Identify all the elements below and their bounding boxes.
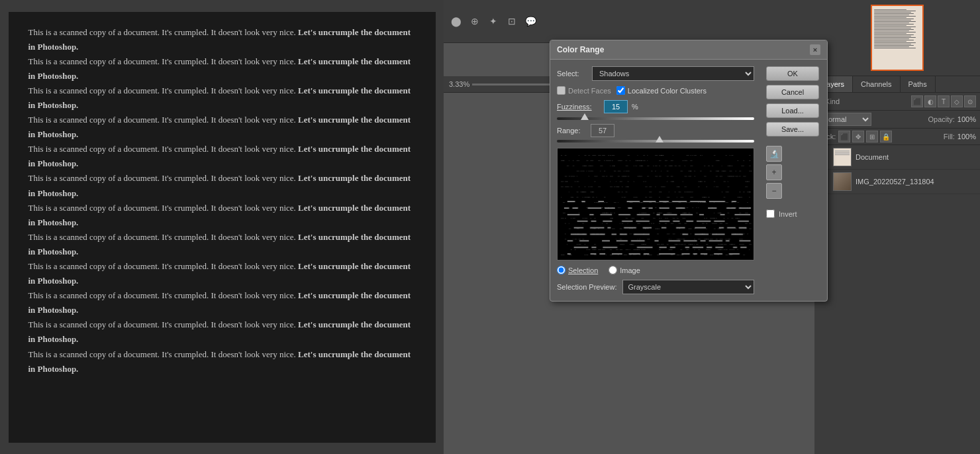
invert-checkbox[interactable] bbox=[766, 209, 775, 218]
document-canvas: This is a scanned copy of a document. It… bbox=[9, 12, 436, 443]
document-thumbnail bbox=[871, 5, 924, 71]
range-slider-track bbox=[557, 140, 754, 142]
eyedropper-add-icon[interactable]: + bbox=[766, 164, 782, 180]
chat-icon[interactable]: 💬 bbox=[523, 14, 538, 28]
detect-faces-label: Detect Faces bbox=[568, 87, 611, 95]
fill-label: Fill: bbox=[944, 133, 955, 141]
layer-thumb-document bbox=[833, 148, 852, 166]
document-text-line: This is a scanned copy of a document. It… bbox=[28, 54, 416, 84]
document-text-line: This is a scanned copy of a document. It… bbox=[28, 259, 416, 288]
lasso-icon[interactable]: ⬤ bbox=[449, 14, 464, 28]
selection-preview-label: Selection Preview: bbox=[557, 283, 617, 291]
fuzziness-row: Fuzziness: % bbox=[557, 100, 754, 113]
load-button[interactable]: Load... bbox=[766, 103, 819, 118]
opacity-label: Opacity: bbox=[928, 115, 955, 123]
type-filter-icon[interactable]: T bbox=[938, 95, 950, 107]
tab-channels[interactable]: Channels bbox=[853, 76, 900, 92]
layers-search-row: ⌕ Kind ⬛ ◐ T ◇ ⊙ bbox=[814, 93, 980, 111]
range-slider-thumb[interactable] bbox=[656, 136, 663, 142]
dialog-right-panel: OK Cancel Load... Save... 🔬 + − Invert bbox=[761, 60, 827, 301]
eyedropper-sample-icon[interactable]: 🔬 bbox=[766, 146, 782, 162]
dialog-left-panel: Select: Shadows Highlights Midtones Reds… bbox=[550, 60, 761, 301]
layer-item-photo[interactable]: 👁 IMG_20220527_131804 bbox=[814, 170, 980, 194]
selection-radio[interactable] bbox=[557, 266, 565, 274]
layers-tabs: Layers Channels Paths bbox=[814, 76, 980, 93]
dialog-body: Select: Shadows Highlights Midtones Reds… bbox=[550, 60, 827, 301]
preview-canvas bbox=[558, 148, 754, 260]
radio-row: Selection Image bbox=[557, 266, 754, 274]
range-label: Range: bbox=[557, 127, 587, 135]
document-text-line: This is a scanned copy of a document. It… bbox=[28, 142, 416, 171]
image-radio-group: Image bbox=[609, 266, 640, 274]
lock-move-icon[interactable]: ✥ bbox=[852, 131, 864, 142]
lock-icons: ⬛ ✥ ⊞ 🔒 bbox=[838, 131, 892, 142]
layer-name-document: Document bbox=[856, 153, 976, 161]
image-radio[interactable] bbox=[609, 266, 617, 274]
save-button[interactable]: Save... bbox=[766, 122, 819, 137]
eyedropper-section: 🔬 + − bbox=[766, 146, 822, 199]
dialog-titlebar: Color Range × bbox=[550, 40, 827, 60]
crop-icon[interactable]: ⊡ bbox=[505, 14, 519, 28]
document-text-line: This is a scanned copy of a document. It… bbox=[28, 347, 416, 376]
layer-item-document[interactable]: 👁 Document bbox=[814, 145, 980, 170]
localized-clusters-checkbox[interactable] bbox=[616, 86, 625, 95]
document-text-line: This is a scanned copy of a document. It… bbox=[28, 171, 416, 200]
selection-radio-group: Selection bbox=[557, 266, 598, 274]
fill-value: 100% bbox=[957, 133, 976, 141]
checkbox-row: Detect Faces Localized Color Clusters bbox=[557, 86, 754, 95]
select-dropdown[interactable]: Shadows Highlights Midtones Reds Yellows… bbox=[592, 66, 754, 81]
document-text-line: This is a scanned copy of a document. It… bbox=[28, 230, 416, 259]
document-text-line: This is a scanned copy of a document. It… bbox=[28, 288, 416, 317]
opacity-value: 100% bbox=[957, 115, 976, 123]
top-toolbar: ⬤ ⊕ ✦ ⊡ 💬 bbox=[444, 0, 814, 43]
selection-preview-row: Selection Preview: Grayscale None Black … bbox=[557, 280, 754, 294]
fuzziness-slider-track bbox=[557, 117, 754, 120]
invert-label: Invert bbox=[779, 210, 797, 218]
selection-preview-select[interactable]: Grayscale None Black Matte White Matte Q… bbox=[622, 280, 755, 294]
pixel-filter-icon[interactable]: ⬛ bbox=[911, 95, 923, 107]
layers-blend-row: Normal Opacity: 100% bbox=[814, 111, 980, 129]
thumbnail-area bbox=[814, 0, 980, 76]
magic-wand-icon[interactable]: ✦ bbox=[486, 14, 501, 28]
tab-paths[interactable]: Paths bbox=[901, 76, 936, 92]
detect-faces-group: Detect Faces bbox=[557, 86, 611, 95]
fuzziness-pct: % bbox=[632, 103, 638, 111]
layers-panel: Layers Channels Paths ⌕ Kind ⬛ ◐ T ◇ ⊙ N… bbox=[814, 76, 980, 454]
preview-container bbox=[557, 148, 754, 260]
fuzziness-slider-thumb[interactable] bbox=[581, 113, 589, 120]
cancel-button[interactable]: Cancel bbox=[766, 85, 819, 99]
dialog-close-button[interactable]: × bbox=[810, 44, 820, 55]
fuzziness-input[interactable] bbox=[604, 100, 628, 113]
search-icons: ⬛ ◐ T ◇ ⊙ bbox=[911, 95, 976, 107]
lock-all-icon[interactable]: 🔒 bbox=[880, 131, 892, 142]
smart-filter-icon[interactable]: ⊙ bbox=[964, 95, 976, 107]
range-slider-container bbox=[557, 140, 754, 142]
range-row: Range: bbox=[557, 124, 754, 137]
image-radio-label: Image bbox=[620, 266, 640, 274]
localized-clusters-group: Localized Color Clusters bbox=[616, 86, 707, 95]
document-text-line: This is a scanned copy of a document. It… bbox=[28, 317, 416, 347]
lock-pixels-icon[interactable]: ⬛ bbox=[838, 131, 850, 142]
fuzziness-label: Fuzziness: bbox=[557, 103, 600, 111]
lock-artboard-icon[interactable]: ⊞ bbox=[866, 131, 878, 142]
selection-radio-label: Selection bbox=[568, 266, 598, 274]
select-row: Select: Shadows Highlights Midtones Reds… bbox=[557, 66, 754, 81]
range-input[interactable] bbox=[591, 124, 614, 137]
eyedropper-remove-icon[interactable]: − bbox=[766, 183, 782, 199]
canvas-area: This is a scanned copy of a document. It… bbox=[0, 0, 444, 454]
document-text-line: This is a scanned copy of a document. It… bbox=[28, 201, 416, 230]
shape-filter-icon[interactable]: ◇ bbox=[951, 95, 963, 107]
document-text-line: This is a scanned copy of a document. It… bbox=[28, 113, 416, 142]
fuzziness-slider-container bbox=[557, 117, 754, 120]
layer-thumb-photo bbox=[833, 172, 852, 191]
document-text-line: This is a scanned copy of a document. It… bbox=[28, 25, 416, 54]
layers-lock-row: Lock: ⬛ ✥ ⊞ 🔒 Fill: 100% bbox=[814, 129, 980, 145]
ok-button[interactable]: OK bbox=[766, 66, 819, 81]
detect-faces-checkbox[interactable] bbox=[557, 86, 565, 95]
layer-name-photo: IMG_20220527_131804 bbox=[856, 178, 976, 186]
color-range-dialog: Color Range × Select: Shadows Highlights… bbox=[550, 40, 828, 302]
document-text-line: This is a scanned copy of a document. It… bbox=[28, 84, 416, 113]
adjust-filter-icon[interactable]: ◐ bbox=[924, 95, 936, 107]
selection-icon[interactable]: ⊕ bbox=[467, 14, 482, 28]
select-label: Select: bbox=[557, 70, 587, 78]
